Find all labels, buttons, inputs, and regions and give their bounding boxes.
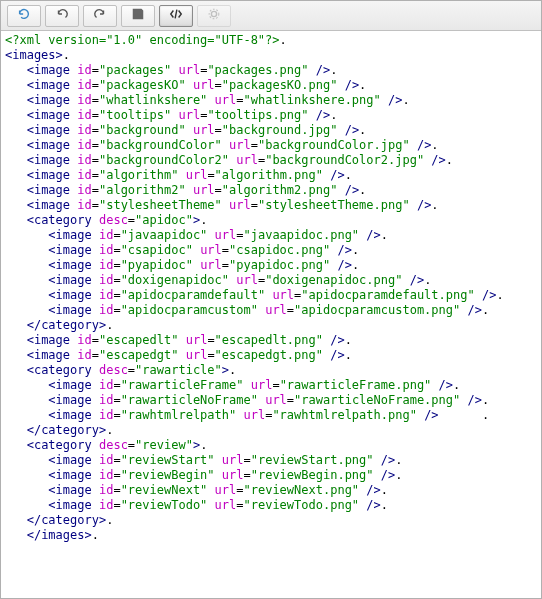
preview-button	[197, 5, 231, 27]
refresh-icon	[17, 7, 31, 24]
redo-button[interactable]	[83, 5, 117, 27]
toolbar	[1, 1, 541, 31]
redo-icon	[93, 7, 107, 24]
undo-icon	[55, 7, 69, 24]
editor-container: <?xml version="1.0" encoding="UTF-8"?>.<…	[1, 31, 541, 598]
svg-point-1	[209, 9, 219, 19]
preview-icon	[207, 7, 221, 24]
code-icon	[169, 7, 183, 24]
save-button[interactable]	[121, 5, 155, 27]
source-button[interactable]	[159, 5, 193, 27]
xml-editor[interactable]: <?xml version="1.0" encoding="UTF-8"?>.<…	[1, 31, 541, 598]
refresh-button[interactable]	[7, 5, 41, 27]
svg-point-0	[211, 11, 216, 16]
undo-button[interactable]	[45, 5, 79, 27]
save-icon	[131, 7, 145, 24]
